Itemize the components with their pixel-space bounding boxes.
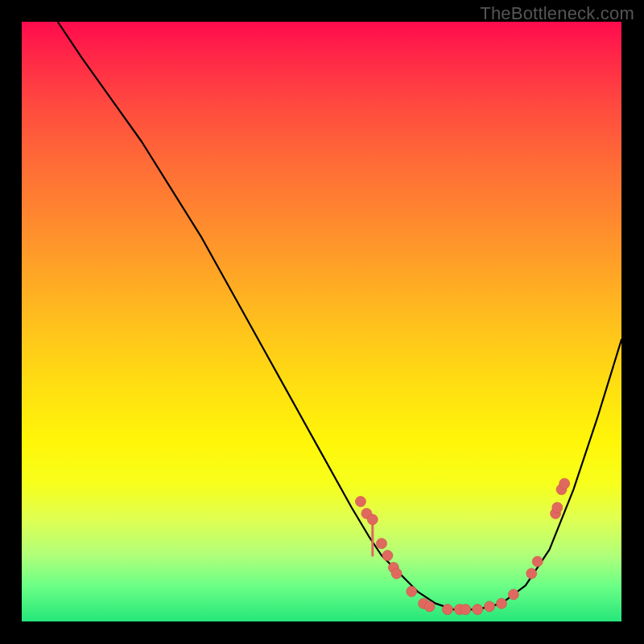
data-marker: [424, 601, 435, 612]
data-marker: [391, 568, 402, 579]
data-marker: [407, 586, 417, 597]
data-marker: [460, 605, 471, 615]
plot-area: [22, 22, 621, 621]
data-marker: [377, 539, 387, 549]
curve-svg: [22, 22, 621, 621]
markers-group: [355, 478, 569, 614]
data-marker: [382, 551, 393, 561]
data-marker: [473, 605, 483, 615]
data-marker: [526, 568, 537, 579]
watermark-text: TheBottleneck.com: [480, 3, 634, 24]
data-marker: [485, 601, 495, 612]
data-marker: [559, 478, 570, 489]
data-marker: [497, 598, 507, 609]
data-marker: [552, 502, 563, 513]
data-marker: [532, 556, 543, 567]
chart-frame: TheBottleneck.com: [0, 0, 644, 644]
bottleneck-curve: [58, 22, 621, 609]
data-marker: [367, 514, 378, 525]
data-marker: [355, 497, 365, 507]
data-marker: [508, 589, 518, 600]
data-marker: [442, 605, 452, 615]
